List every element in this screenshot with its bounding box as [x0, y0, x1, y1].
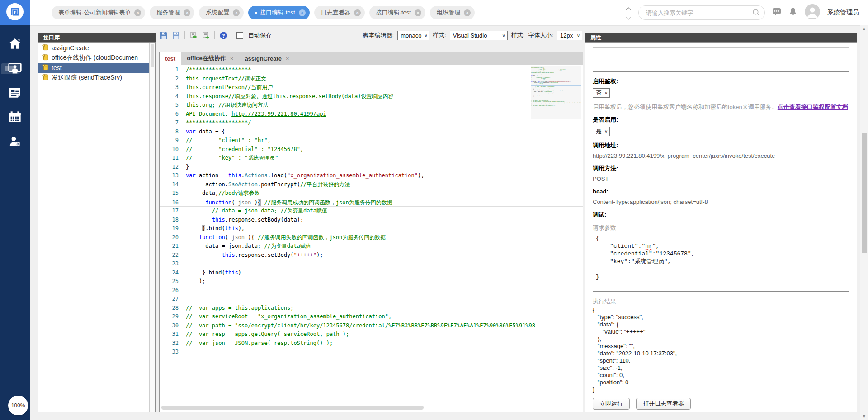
workspace-tab[interactable]: 日志查看器×: [314, 6, 365, 19]
code-line[interactable]: 13var action = this.Actions.load("x_orga…: [160, 171, 583, 180]
sidebar-item-personal-settings[interactable]: [0, 130, 30, 155]
code-line[interactable]: 26: [160, 286, 583, 295]
code-line[interactable]: 11// "key" : "系统管理员": [160, 154, 583, 163]
font-size-select[interactable]: 12px∨: [557, 31, 582, 40]
description-textarea[interactable]: [593, 47, 849, 72]
close-icon[interactable]: ×: [415, 9, 421, 16]
code-line[interactable]: 6API Document: http://223.99.221.80:4199…: [160, 110, 583, 119]
auth-doc-link[interactable]: 点击查看接口鉴权配置文档: [778, 104, 848, 110]
open-log-viewer-button[interactable]: 打开日志查看器: [636, 398, 691, 410]
tab-scroll-controls[interactable]: [626, 4, 631, 22]
workspace-tab[interactable]: 接口编辑-test×: [369, 6, 425, 19]
autosave-checkbox[interactable]: [236, 32, 243, 39]
scroll-down-icon[interactable]: ▼: [860, 414, 868, 419]
interface-list-item[interactable]: test: [38, 63, 155, 73]
editor-tab[interactable]: office在线协作×: [181, 52, 239, 65]
help-icon[interactable]: ?: [219, 31, 228, 40]
sidebar-item-calendar[interactable]: [0, 106, 30, 130]
code-line[interactable]: 8var data = {: [160, 127, 583, 137]
minimap[interactable]: /*******************this.requestText//请求…: [531, 66, 581, 120]
close-icon[interactable]: ×: [233, 9, 240, 16]
unsaved-dot-icon: [255, 12, 257, 14]
code-line[interactable]: 22 this.response.setBody("+++++");: [160, 251, 583, 260]
workspace-tab[interactable]: 系统配置×: [199, 6, 244, 19]
save-as-icon[interactable]: [171, 31, 180, 40]
code-line[interactable]: 20 function( json ){ //服务调用失败的回调函数，json为…: [160, 233, 583, 242]
code-line[interactable]: 32// var json = JSON.parse( resp.toStrin…: [160, 339, 583, 348]
workspace-tab-label: 服务管理: [156, 9, 180, 17]
code-area[interactable]: 1/*******************2this.requestText//…: [160, 65, 583, 412]
code-line[interactable]: 1/*******************: [160, 66, 583, 75]
page-vertical-scrollbar[interactable]: ▲ ▼: [860, 25, 868, 420]
username[interactable]: 系统管理员: [827, 9, 859, 17]
code-line[interactable]: 17 // data = json.data; //为变量data赋值: [160, 207, 583, 216]
request-params-input[interactable]: { "client":"hr", "credential":"12345678"…: [593, 233, 849, 292]
code-line[interactable]: 14 action.SsoAction.postEncrypt(//平台封装好的…: [160, 180, 583, 189]
scrollbar-thumb[interactable]: [862, 133, 867, 253]
minimap-slider[interactable]: [531, 66, 581, 119]
close-icon[interactable]: ×: [354, 9, 361, 16]
code-line[interactable]: 15 data,//body请求参数: [160, 189, 583, 198]
zoom-level-bubble[interactable]: 100%: [8, 396, 28, 415]
message-icon[interactable]: [772, 7, 781, 18]
code-line[interactable]: 2this.requestText//请求正文: [160, 75, 583, 84]
code-line[interactable]: 33: [160, 348, 583, 357]
bell-icon[interactable]: [788, 7, 797, 18]
close-icon[interactable]: ×: [184, 9, 190, 16]
run-now-button[interactable]: 立即运行: [593, 398, 630, 410]
code-line[interactable]: 30// var path = "sso/encrypt/client/hr/k…: [160, 321, 583, 330]
code-line[interactable]: 9// "client" : "hr",: [160, 136, 583, 145]
code-line[interactable]: 16 function( json ){ //服务调用成功的回调函数，json为…: [160, 198, 583, 207]
code-line[interactable]: 7*******************/: [160, 118, 583, 127]
editor-horizontal-scrollbar[interactable]: [161, 406, 424, 410]
enable-select[interactable]: 是∨: [593, 127, 610, 136]
interface-list-item[interactable]: office在线协作 (cloudDocumen: [38, 53, 155, 63]
code-line[interactable]: 24 }.bind(this): [160, 269, 583, 278]
library-scrollbar[interactable]: [149, 43, 155, 412]
code-line[interactable]: 28// var apps = this.applications;: [160, 304, 583, 313]
scroll-up-icon[interactable]: ▲: [860, 27, 868, 31]
close-icon[interactable]: ×: [230, 55, 234, 62]
code-line[interactable]: 10// "credential" : "12345678",: [160, 145, 583, 154]
workspace-tab[interactable]: 接口编辑-test×: [248, 6, 309, 19]
resize-grip-icon[interactable]: [844, 67, 849, 71]
close-icon[interactable]: ×: [299, 9, 306, 16]
import-icon[interactable]: [189, 31, 198, 40]
code-line[interactable]: 3this.currentPerson//当前用户: [160, 83, 583, 92]
code-line[interactable]: 25 );: [160, 277, 583, 286]
save-icon[interactable]: [159, 31, 168, 40]
app-logo[interactable]: [0, 0, 30, 25]
workspace-tab[interactable]: 表单编辑-公司新闻编辑表单×: [52, 6, 145, 19]
chevron-up-icon[interactable]: [626, 4, 631, 12]
close-icon[interactable]: ×: [134, 9, 141, 16]
editor-tab[interactable]: test: [160, 52, 181, 65]
interface-list-item[interactable]: 发送跟踪 (sendTraceSrv): [38, 73, 155, 83]
avatar[interactable]: [805, 4, 820, 21]
auth-select[interactable]: 否∨: [593, 88, 610, 98]
close-icon[interactable]: ×: [464, 9, 471, 16]
code-line[interactable]: 31// var resp = apps.getQuery( serviceRo…: [160, 330, 583, 339]
close-icon[interactable]: ×: [286, 55, 289, 62]
code-line[interactable]: 27: [160, 295, 583, 304]
code-line[interactable]: 21 data = json.data; //为变量data赋值: [160, 242, 583, 251]
sidebar-item-news[interactable]: [0, 81, 30, 106]
export-icon[interactable]: [201, 31, 210, 40]
search-input[interactable]: [645, 9, 746, 17]
code-line[interactable]: 4this.response//响应对象。通过this.response.set…: [160, 92, 583, 101]
style-select[interactable]: Visual Studio∨: [450, 31, 508, 40]
workspace-tab[interactable]: 服务管理×: [150, 6, 194, 19]
chevron-down-icon[interactable]: [626, 14, 631, 22]
editor-tab[interactable]: assignCreate×: [239, 52, 295, 65]
search-icon[interactable]: [752, 9, 760, 18]
code-line[interactable]: 18 this.response.setBody(data);: [160, 216, 583, 225]
code-line[interactable]: 23: [160, 260, 583, 269]
code-line[interactable]: 12}: [160, 163, 583, 172]
workspace-tab[interactable]: 组织管理×: [430, 6, 475, 19]
code-line[interactable]: 5this.org; //组织快速访问方法: [160, 101, 583, 110]
code-line[interactable]: 29// var serviceRoot = "x_organization_a…: [160, 312, 583, 321]
editor-tabs: testoffice在线协作×assignCreate×: [160, 52, 583, 65]
sidebar-item-home[interactable]: [0, 33, 30, 57]
interface-list-item[interactable]: assignCreate: [38, 43, 155, 53]
script-editor-select[interactable]: monaco∨: [397, 31, 429, 40]
code-line[interactable]: 19 }.bind(this),: [160, 224, 583, 233]
